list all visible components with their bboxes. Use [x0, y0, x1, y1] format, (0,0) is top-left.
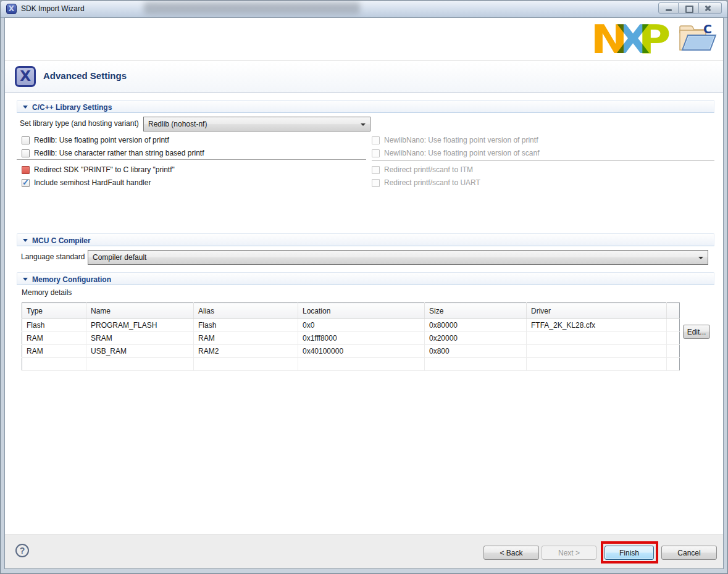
- nxp-logo: NXP: [591, 22, 669, 57]
- chevron-down-icon: [698, 257, 703, 259]
- column-header-size: Size: [425, 303, 527, 319]
- finish-button[interactable]: Finish: [605, 546, 654, 560]
- page-title: Advanced Settings: [43, 70, 127, 81]
- column-header-type: Type: [22, 303, 86, 319]
- c-project-folder-icon: C: [675, 23, 719, 57]
- checkbox[interactable]: [22, 149, 30, 157]
- column-header-driver: Driver: [527, 303, 667, 319]
- app-icon: X: [6, 4, 17, 14]
- checkbox-row-redirect-uart: Redirect printf/scanf to UART: [372, 177, 480, 189]
- memory-row-flash[interactable]: Flash PROGRAM_FLASH Flash 0x0 0x80000 FT…: [22, 319, 680, 332]
- language-standard-label: Language standard: [21, 252, 85, 261]
- settings-content: C/C++ Library Settings Set library type …: [5, 93, 723, 534]
- checkbox-row-semihost-hardfault: Include semihost HardFault handler: [22, 177, 151, 189]
- next-button-disabled: Next >: [542, 546, 596, 560]
- sdk-import-wizard-window: X SDK Import Wizard NXP C X Advanced Set…: [0, 0, 728, 574]
- minimize-icon: [666, 9, 672, 11]
- language-standard-select[interactable]: Compiler default: [88, 250, 708, 265]
- background-window-blur: [144, 2, 360, 14]
- mcuxpresso-x-icon: X: [15, 66, 36, 87]
- checkbox-row-redlib-char-printf: Redlib: Use character rather than string…: [22, 147, 204, 159]
- collapse-arrow-icon: [23, 106, 28, 109]
- edit-button[interactable]: Edit...: [683, 325, 710, 339]
- section-title: C/C++ Library Settings: [32, 103, 112, 112]
- checkbox-checked[interactable]: [22, 179, 30, 187]
- svg-text:C: C: [703, 23, 712, 36]
- section-title: Memory Configuration: [32, 275, 111, 284]
- checkbox-disabled: [372, 166, 380, 174]
- collapse-arrow-icon: [23, 278, 28, 281]
- memory-row-empty: [22, 358, 680, 371]
- checkbox-row-newlibnano-scanf: NewlibNano: Use floating point version o…: [372, 147, 539, 159]
- column-header-alias: Alias: [194, 303, 298, 319]
- page-title-band: X Advanced Settings: [5, 61, 723, 93]
- library-type-label: Set library type (and hosting variant): [20, 119, 139, 128]
- chevron-down-icon: [361, 123, 366, 126]
- checkbox-row-redirect-sdk-printf: Redirect SDK "PRINTF" to C library "prin…: [22, 164, 175, 176]
- memory-row-usb-ram[interactable]: RAM USB_RAM RAM2 0x40100000 0x800: [22, 345, 680, 358]
- wizard-button-bar: ? < Back Next > Finish Cancel: [5, 534, 723, 568]
- help-button[interactable]: ?: [15, 544, 29, 557]
- cancel-button[interactable]: Cancel: [661, 546, 717, 560]
- column-header-location: Location: [298, 303, 425, 319]
- window-title: SDK Import Wizard: [21, 4, 85, 13]
- maximize-icon: [685, 6, 693, 13]
- checkbox-row-redirect-itm: Redirect printf/scanf to ITM: [372, 164, 473, 176]
- section-header-library-settings[interactable]: C/C++ Library Settings: [17, 100, 714, 113]
- checkbox-disabled: [372, 179, 380, 187]
- window-titlebar: X SDK Import Wizard: [1, 1, 727, 18]
- window-controls: [658, 2, 722, 14]
- checkbox-row-redlib-float-printf: Redlib: Use floating point version of pr…: [22, 134, 169, 146]
- table-header-row: Type Name Alias Location Size Driver: [22, 303, 680, 319]
- checkbox-row-newlibnano-printf: NewlibNano: Use floating point version o…: [372, 134, 538, 146]
- dialog-client-area: NXP C X Advanced Settings C/C++ Library …: [4, 17, 724, 569]
- checkbox-disabled: [372, 149, 380, 157]
- close-button[interactable]: [699, 2, 722, 14]
- section-header-mcu-c-compiler[interactable]: MCU C Compiler: [17, 233, 714, 246]
- divider: [17, 159, 366, 160]
- banner: NXP C: [5, 18, 723, 61]
- section-header-memory-configuration[interactable]: Memory Configuration: [17, 272, 714, 285]
- collapse-arrow-icon: [23, 239, 28, 242]
- checkbox-disabled: [372, 136, 380, 144]
- back-button[interactable]: < Back: [483, 546, 539, 560]
- minimize-button[interactable]: [658, 2, 679, 14]
- memory-details-label: Memory details: [22, 288, 72, 297]
- column-header-name: Name: [86, 303, 194, 319]
- divider: [372, 160, 714, 160]
- memory-details-table: Type Name Alias Location Size Driver Fla…: [22, 302, 680, 371]
- checkbox-red-highlight[interactable]: [22, 166, 30, 174]
- section-title: MCU C Compiler: [32, 236, 91, 245]
- maximize-button[interactable]: [679, 2, 699, 14]
- library-type-select[interactable]: Redlib (nohost-nf): [143, 117, 370, 131]
- checkbox[interactable]: [22, 136, 30, 144]
- column-header-blank: [667, 303, 680, 319]
- memory-row-sram[interactable]: RAM SRAM RAM 0x1fff8000 0x20000: [22, 332, 680, 345]
